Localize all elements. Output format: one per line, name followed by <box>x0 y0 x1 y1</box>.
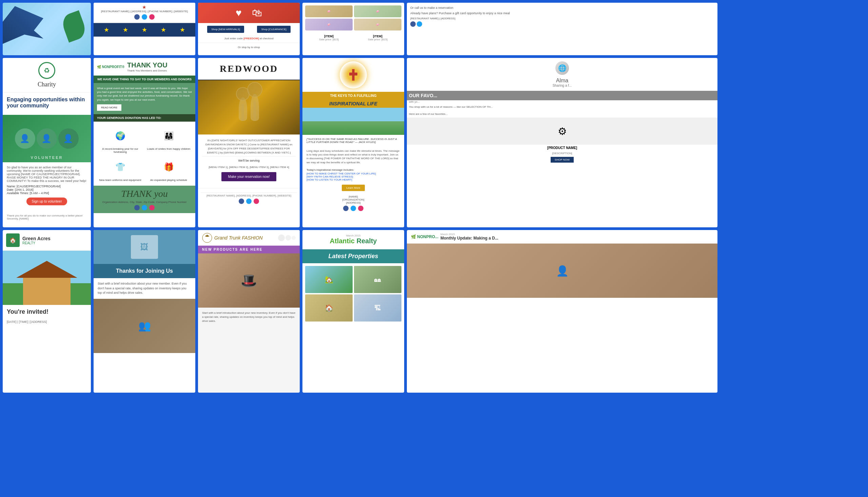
redwood-restaurant-card[interactable]: REDWOOD It's [DATE NIGHT/GIRLS' NIGHT OU… <box>198 58 300 227</box>
charity-body-text: So glad to have you as an active member … <box>7 166 87 183</box>
facebook-icon[interactable] <box>343 205 348 211</box>
facebook-icon[interactable] <box>134 205 140 210</box>
event-text: It's [DATE NIGHT/GIRLS' NIGHT OUT/CUSTOM… <box>202 139 296 155</box>
shop-clearance-btn[interactable]: Shop [CLEARANCE] <box>257 26 290 33</box>
gears-icon: ⚙ <box>558 125 567 137</box>
contact-name: [NAME] <box>304 195 402 198</box>
thanks-joining-banner: Thanks for Joining Us <box>94 264 195 278</box>
nonprofit-footer: THANK you Organization Address, City, St… <box>94 186 195 213</box>
patriotic-restaurant-card[interactable]: ★ [RESTAURANT NAME] | [ADDRESS] | [PHONE… <box>94 3 195 55</box>
joining-body: Start with a brief introduction about yo… <box>94 278 195 299</box>
menu-items: [MENU ITEM 1], [MENU ITEM 2], [MENU ITEM… <box>202 165 296 169</box>
green-acres-card[interactable]: 🏠 Green Acres REALTY You're invited! [DA… <box>3 230 91 393</box>
instagram-icon[interactable] <box>149 14 155 20</box>
card-top-stripe: ★ [RESTAURANT NAME] | [ADDRESS] | [PHONE… <box>94 3 195 23</box>
twitter-icon[interactable] <box>350 205 356 211</box>
making-difference-text: Monthly Update: Making a D... <box>440 236 498 241</box>
fashion-logo-area: Grand Trunk FASHION <box>202 233 263 243</box>
property-image-4: 🏗 <box>354 294 401 322</box>
shop-new-arrivals-btn[interactable]: Shop [NEW ARRIVALS] <box>207 26 244 33</box>
partial-right-card-1: Or call us to make a reservation Already… <box>407 3 717 55</box>
learn-more-btn[interactable]: Learn More <box>342 185 365 191</box>
new-products-banner: NEW PRODUCTS ARE HERE <box>198 246 300 253</box>
thanks-joining-card[interactable]: 🖼 Thanks for Joining Us Start with a bri… <box>94 230 195 393</box>
nonprofit-thankyou-card[interactable]: 🌿 NONPROFIT® THANK YOU Thank You Members… <box>94 58 195 227</box>
property-images-grid: 🏡 🏘 🏠 🏗 <box>302 263 404 324</box>
divider <box>198 43 300 43</box>
invite-details: [DATE] | [TIME] | [ADDRESS] <box>3 319 91 325</box>
product-sale-card[interactable]: 🧼 🧼 🧼 🧼 [ITEM] Sale price: [$15] [ITEM] … <box>302 3 404 55</box>
people-icon: 👥 <box>138 320 151 332</box>
church-social <box>304 205 402 211</box>
shop-header: ♥ 🛍 <box>198 3 300 23</box>
nonprofit2-header: 🌿 NONPRO... March 2015 Monthly Update: M… <box>407 230 717 244</box>
facebook-icon[interactable] <box>239 199 244 204</box>
latest-properties-banner: Latest Properties <box>302 249 404 263</box>
house-shape <box>16 264 77 305</box>
youre-invited-text: You're invited! <box>3 305 91 319</box>
signup-volunteer-btn[interactable]: Sign up to volunteer <box>26 198 68 205</box>
charity-heading: Engaging opportunities within your commu… <box>7 97 87 109</box>
green-acres-logo: 🏠 <box>6 233 20 247</box>
shop-template-card[interactable]: ♥ 🛍 Shop [NEW ARRIVALS] Shop [CLEARANCE]… <box>198 3 300 55</box>
green-acres-company-name: Green Acres <box>23 236 51 241</box>
item-info-grid: [ITEM] Sale price: [$15] [ITEM] Sale pri… <box>302 33 404 42</box>
charity-template-card[interactable]: ♻ Charity Engaging opportunities within … <box>3 58 91 227</box>
church-inspirational-card[interactable]: THE KEYS TO A FULFILLING INSPIRATIONAL L… <box>302 58 404 227</box>
instagram-icon[interactable] <box>253 199 259 204</box>
donation-label-1: A record-breaking year for our fundraisi… <box>98 147 143 154</box>
twitter-icon[interactable] <box>142 205 147 210</box>
quote-box: ["SUCCESS IS ON THE SAME ROAD AS FAILURE… <box>302 135 404 146</box>
family-icon: 👨‍👩‍👧 <box>159 126 179 146</box>
contact-address: [ADDRESS] <box>304 201 402 204</box>
fashion-template-card[interactable]: Grand Trunk FASHION NEW PRODUCTS ARE HER… <box>198 230 300 393</box>
svg-point-1 <box>206 235 208 236</box>
product-grid: 🧼 🧼 🧼 🧼 <box>302 3 404 33</box>
twitter-icon[interactable] <box>246 199 251 204</box>
atlantic-title: Atlantic Realty <box>306 237 400 245</box>
with-text: with yo... <box>407 100 717 103</box>
volunteer-image: 👤 👤 👤 VOLUNTEER <box>3 115 91 162</box>
decorative-circles <box>278 235 296 241</box>
house-image <box>3 251 91 305</box>
reservation-btn[interactable]: Make your reservation now! <box>221 172 277 181</box>
house-body <box>23 278 70 305</box>
restaurant-name-partial: [RESTAURANT NAME] | [ADDRESS] <box>410 17 714 20</box>
instagram-icon[interactable] <box>358 205 363 211</box>
instagram-icon[interactable] <box>149 205 155 210</box>
shop-now-btn[interactable]: SHOP NOW <box>551 157 574 162</box>
star-1: ★ <box>104 26 109 33</box>
footer-divider <box>201 193 297 193</box>
charity-name: Charity <box>7 81 87 88</box>
read-more-btn[interactable]: READ MORE <box>97 104 121 111</box>
twitter-icon[interactable] <box>417 22 422 27</box>
atlantic-realty-card[interactable]: March 2015 Atlantic Realty Latest Proper… <box>302 230 404 393</box>
globe-icon: 🌍 <box>110 126 130 146</box>
donation-item-3: 👕 New team uniforms and equipment <box>98 157 143 182</box>
star-rating-row: ★ ★ ★ ★ ★ <box>94 23 195 37</box>
product-2: 🧼 <box>354 5 401 17</box>
message-item-1: [HOW TO MAKE CHRIST THE CENTER OF YOUR L… <box>306 172 400 175</box>
svg-point-0 <box>203 233 212 243</box>
property-image-3: 🏠 <box>305 294 353 322</box>
travel-template-card[interactable] <box>3 3 91 55</box>
twitter-icon[interactable] <box>142 14 147 20</box>
message-item-2: [WHY FAITH CAN RELIEVE STRESS] <box>306 175 400 178</box>
fashion-product-image: 🎩 <box>198 253 300 308</box>
joining-body-text: Start with a brief introduction about yo… <box>98 282 191 295</box>
message-list: Today's inspirational message includes: … <box>302 167 404 183</box>
serving-text: We'll be serving <box>202 158 296 163</box>
facebook-icon[interactable] <box>134 14 140 20</box>
facebook-icon[interactable] <box>410 22 416 27</box>
shirt-icon: 👕 <box>110 157 130 177</box>
fashion-body-text: Start with a brief introduction about yo… <box>198 308 300 327</box>
inspirational-banner: INSPIRATIONAL LIFE <box>302 100 404 108</box>
we-have-banner: WE HAVE ONE THING TO SAY TO OUR MEMBERS … <box>94 75 195 83</box>
nonprofit-body: What a great event we had last week, and… <box>94 83 195 114</box>
shop-buttons: Shop [NEW ARRIVALS] Shop [CLEARANCE] <box>198 23 300 36</box>
selection-text: You shop with us for a lot of reasons — … <box>407 103 717 111</box>
social-icons-partial <box>410 22 714 27</box>
nonprofit-subtitle: Thank You Members and Donors <box>127 69 167 72</box>
sharing-text: Sharing a f... <box>410 84 714 87</box>
charity-logo: ♻ <box>38 62 55 79</box>
